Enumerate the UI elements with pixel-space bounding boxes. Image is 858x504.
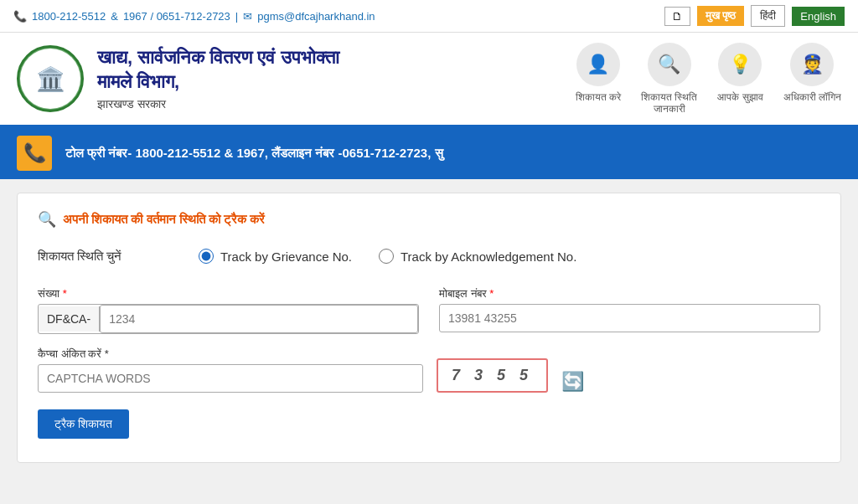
login-icon-circle: 👮 bbox=[790, 43, 834, 86]
subtitle: झारखण्ड सरकार bbox=[97, 97, 339, 111]
phone2[interactable]: 1967 / 0651-712-2723 bbox=[123, 10, 230, 23]
complain-icon-circle: 👤 bbox=[576, 43, 620, 86]
mobile-label: मोबाइल नंबर * bbox=[439, 287, 820, 301]
refresh-icon[interactable]: 🔄 bbox=[561, 371, 584, 393]
track-header-prefix: अपनी शिकायत bbox=[63, 212, 127, 226]
captcha-input-group: कैप्चा अंकित करें * bbox=[38, 347, 423, 393]
emblem-icon: 🏛️ bbox=[36, 65, 65, 93]
form-row-number-mobile: संख्या * DF&CA- मोबाइल नंबर * bbox=[38, 287, 820, 334]
phone1[interactable]: 1800-212-5512 bbox=[32, 10, 106, 23]
title-line1: खाद्य, सार्वजनिक वितरण एवं उपभोक्ता bbox=[97, 47, 339, 68]
header-icons: 👤 शिकायत करे 🔍 शिकायत स्थिति जानकारी 💡 आ… bbox=[576, 43, 841, 115]
radio-grievance-input[interactable] bbox=[199, 249, 214, 264]
site-header: 🏛️ खाद्य, सार्वजनिक वितरण एवं उपभोक्ता म… bbox=[0, 33, 858, 127]
radio-section: शिकायत स्थिति चुनें Track by Grievance N… bbox=[38, 249, 820, 264]
ticker-bar: 📞 टोल फ्री नंबर- 1800-212-5512 & 1967, ल… bbox=[0, 127, 858, 179]
login-label: अधिकारी लॉगिन bbox=[783, 91, 841, 103]
radio-section-label: शिकायत स्थिति चुनें bbox=[38, 249, 172, 264]
mobile-input[interactable] bbox=[439, 304, 820, 332]
main-content: 🔍 अपनी शिकायत की वर्तमान स्थिति को ट्रैक… bbox=[0, 179, 858, 476]
icon-suggestion[interactable]: 💡 आपके सुझाव bbox=[717, 43, 762, 103]
complain-label: शिकायत करे bbox=[576, 91, 621, 103]
number-required: * bbox=[63, 287, 67, 300]
top-bar: 📞 1800-212-5512 & 1967 / 0651-712-2723 |… bbox=[0, 0, 858, 33]
icon-complain[interactable]: 👤 शिकायत करे bbox=[576, 43, 621, 103]
captcha-image: 7 3 5 5 bbox=[437, 358, 548, 393]
suggestion-label: आपके सुझाव bbox=[717, 91, 762, 103]
form-group-mobile: मोबाइल नंबर * bbox=[439, 287, 820, 334]
captcha-required: * bbox=[105, 347, 109, 360]
radio-acknowledgement[interactable]: Track by Acknowledgement No. bbox=[379, 249, 576, 264]
ticker-text: टोल फ्री नंबर- 1800-212-5512 & 1967, लैं… bbox=[65, 146, 443, 161]
top-bar-contact: 📞 1800-212-5512 & 1967 / 0651-712-2723 |… bbox=[13, 10, 375, 23]
number-input-wrap: DF&CA- bbox=[38, 304, 419, 334]
home-button[interactable]: मुख पृष्ठ bbox=[697, 6, 745, 26]
phone-icon: 📞 bbox=[13, 10, 27, 23]
radio-grievance[interactable]: Track by Grievance No. bbox=[199, 249, 352, 264]
track-header-suffix: की वर्तमान स्थिति को ट्रैक करें bbox=[131, 212, 265, 226]
separator2: | bbox=[235, 10, 238, 23]
radio-acknowledgement-label: Track by Acknowledgement No. bbox=[401, 249, 576, 264]
title-line2: मामले विभाग, bbox=[97, 71, 179, 92]
radio-options: Track by Grievance No. Track by Acknowle… bbox=[199, 249, 576, 264]
search-track-icon: 🔍 bbox=[38, 210, 56, 229]
separator1: & bbox=[111, 10, 118, 23]
hindi-button[interactable]: हिंदी bbox=[751, 5, 785, 27]
track-header: 🔍 अपनी शिकायत की वर्तमान स्थिति को ट्रैक… bbox=[38, 210, 820, 229]
header-left: 🏛️ खाद्य, सार्वजनिक वितरण एवं उपभोक्ता म… bbox=[17, 45, 339, 112]
number-label: संख्या * bbox=[38, 287, 419, 301]
captcha-input[interactable] bbox=[38, 364, 423, 393]
form-group-number: संख्या * DF&CA- bbox=[38, 287, 419, 334]
icon-status[interactable]: 🔍 शिकायत स्थिति जानकारी bbox=[641, 43, 697, 115]
track-header-text: अपनी शिकायत की वर्तमान स्थिति को ट्रैक क… bbox=[63, 212, 265, 227]
ticker-phone-icon: 📞 bbox=[17, 136, 52, 171]
status-label: शिकायत स्थिति जानकारी bbox=[641, 91, 697, 115]
captcha-row: कैप्चा अंकित करें * 7 3 5 5 🔄 bbox=[38, 347, 820, 393]
icon-login[interactable]: 👮 अधिकारी लॉगिन bbox=[783, 43, 841, 103]
radio-acknowledgement-input[interactable] bbox=[379, 249, 394, 264]
number-prefix: DF&CA- bbox=[39, 306, 100, 332]
email-icon: ✉ bbox=[243, 10, 252, 23]
track-submit-button[interactable]: ट्रैक शिकायत bbox=[38, 409, 129, 439]
captcha-label: कैप्चा अंकित करें * bbox=[38, 347, 423, 361]
suggestion-icon-circle: 💡 bbox=[718, 43, 762, 86]
top-bar-actions: 🗋 मुख पृष्ठ हिंदी English bbox=[664, 5, 845, 27]
track-card: 🔍 अपनी शिकायत की वर्तमान स्थिति को ट्रैक… bbox=[17, 193, 841, 463]
radio-grievance-label: Track by Grievance No. bbox=[220, 249, 352, 264]
status-icon-circle: 🔍 bbox=[648, 43, 691, 86]
english-button[interactable]: English bbox=[792, 7, 845, 26]
mobile-required: * bbox=[489, 287, 494, 300]
logo: 🏛️ bbox=[17, 45, 84, 112]
doc-button[interactable]: 🗋 bbox=[664, 7, 690, 26]
header-title: खाद्य, सार्वजनिक वितरण एवं उपभोक्ता मामल… bbox=[97, 46, 339, 111]
number-input[interactable] bbox=[100, 305, 418, 333]
email-link[interactable]: pgms@dfcajharkhand.in bbox=[257, 10, 375, 23]
